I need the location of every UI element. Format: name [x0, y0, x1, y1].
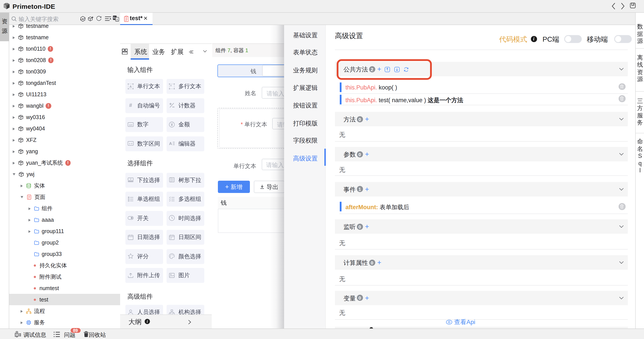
svg-text:A: A — [130, 84, 132, 88]
svg-text:A: A — [169, 141, 172, 146]
svg-text:#: # — [129, 102, 132, 108]
svg-text:123: 123 — [129, 124, 132, 126]
svg-text:1~3: 1~3 — [129, 142, 132, 145]
svg-text:AI: AI — [82, 18, 84, 20]
svg-text:A: A — [170, 84, 172, 86]
